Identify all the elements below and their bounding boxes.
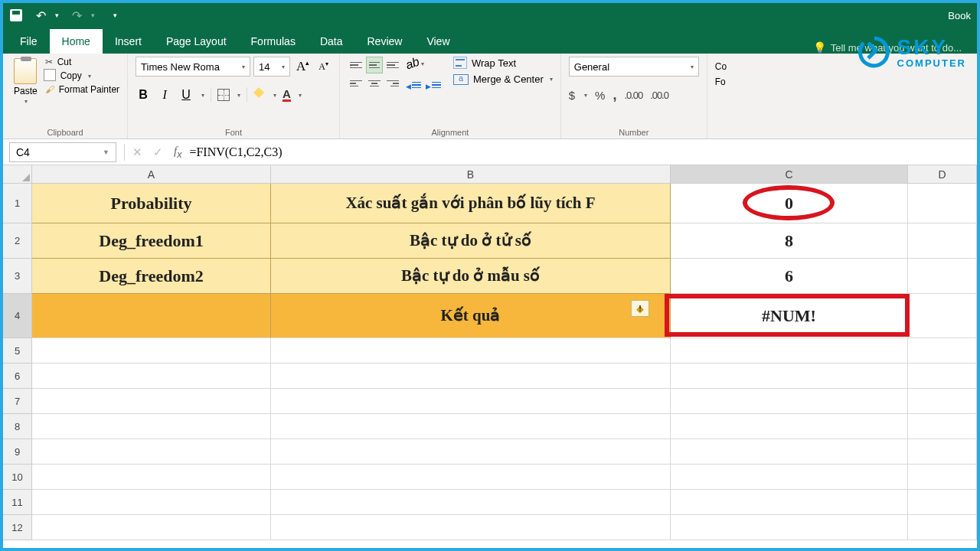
font-name-combo[interactable]: Times New Roma▾ xyxy=(136,57,250,77)
undo-icon[interactable]: ↶ xyxy=(34,8,47,22)
cell-c2[interactable]: 8 xyxy=(671,223,908,259)
row-header-6[interactable]: 6 xyxy=(3,364,32,389)
save-icon[interactable] xyxy=(9,8,23,22)
cell-a3[interactable]: Deg_freedom2 xyxy=(32,259,271,294)
undo-dropdown-icon[interactable]: ▾ xyxy=(55,11,59,19)
cell-a8[interactable] xyxy=(32,414,271,439)
cell-d6[interactable] xyxy=(908,364,977,389)
cell-d3[interactable] xyxy=(908,259,977,294)
font-color-dropdown-icon[interactable]: ▾ xyxy=(299,92,302,99)
cancel-icon[interactable]: ✕ xyxy=(132,145,142,159)
cell-b11[interactable] xyxy=(271,490,671,515)
increase-indent-icon[interactable] xyxy=(426,78,441,92)
cell-b9[interactable] xyxy=(271,439,671,465)
column-header-a[interactable]: A xyxy=(32,165,271,184)
fx-icon[interactable]: fx xyxy=(174,145,181,160)
cell-d8[interactable] xyxy=(908,414,977,439)
cell-c10[interactable] xyxy=(671,465,908,490)
cell-c5[interactable] xyxy=(671,338,908,364)
tab-file[interactable]: File xyxy=(8,29,50,54)
cut-button[interactable]: ✂Cut xyxy=(45,57,119,67)
paste-dropdown-icon[interactable]: ▾ xyxy=(24,98,28,105)
underline-button[interactable]: U xyxy=(178,88,194,102)
cell-d1[interactable] xyxy=(908,184,977,223)
cell-b10[interactable] xyxy=(271,465,671,490)
name-box[interactable]: C4▼ xyxy=(9,142,116,162)
row-header-4[interactable]: 4 xyxy=(3,294,32,338)
cell-b1[interactable]: Xác suất gắn với phân bố lũy tích F xyxy=(271,184,671,223)
accounting-icon[interactable]: $ xyxy=(569,89,575,102)
cell-b4[interactable]: Kết quả xyxy=(271,294,671,338)
cell-a2[interactable]: Deg_freedom1 xyxy=(32,223,271,259)
tab-insert[interactable]: Insert xyxy=(103,29,154,54)
font-color-icon[interactable]: A xyxy=(283,89,291,102)
redo-icon[interactable]: ↷ xyxy=(70,8,83,22)
decrease-font-icon[interactable]: A▾ xyxy=(315,59,332,74)
tab-home[interactable]: Home xyxy=(50,29,103,54)
row-header-3[interactable]: 3 xyxy=(3,259,32,294)
cell-c6[interactable] xyxy=(671,364,908,389)
fill-color-icon[interactable] xyxy=(253,89,266,101)
cell-c4[interactable]: #NUM! xyxy=(671,294,908,338)
cell-b7[interactable] xyxy=(271,389,671,414)
cell-d5[interactable] xyxy=(908,338,977,364)
cell-b12[interactable] xyxy=(271,515,671,540)
orientation-icon[interactable]: ab xyxy=(403,54,421,72)
increase-font-icon[interactable]: A▴ xyxy=(293,57,312,76)
cell-a4[interactable] xyxy=(32,294,271,338)
cell-d12[interactable] xyxy=(908,515,977,540)
italic-button[interactable]: I xyxy=(157,88,172,102)
row-header-11[interactable]: 11 xyxy=(3,490,32,515)
cell-b6[interactable] xyxy=(271,364,671,389)
error-smart-tag-icon[interactable] xyxy=(631,300,649,317)
cell-d4[interactable] xyxy=(908,294,977,338)
conditional-formatting-truncated[interactable]: Co xyxy=(715,61,727,72)
wrap-text-button[interactable]: Wrap Text xyxy=(453,57,553,69)
copy-button[interactable]: Copy▾ xyxy=(45,70,119,81)
tab-data[interactable]: Data xyxy=(308,29,355,54)
merge-dropdown-icon[interactable]: ▾ xyxy=(550,76,553,83)
orientation-dropdown-icon[interactable]: ▾ xyxy=(421,60,424,67)
accounting-dropdown-icon[interactable]: ▾ xyxy=(584,92,587,99)
cell-a10[interactable] xyxy=(32,465,271,490)
tab-formulas[interactable]: Formulas xyxy=(239,29,308,54)
cell-b2[interactable]: Bậc tự do ở tử số xyxy=(271,223,671,259)
cell-a5[interactable] xyxy=(32,338,271,364)
paste-button[interactable]: Paste ▾ xyxy=(11,57,41,106)
cell-b3[interactable]: Bậc tự do ở mẫu số xyxy=(271,259,671,294)
font-size-combo[interactable]: 14▾ xyxy=(253,57,290,77)
cell-a9[interactable] xyxy=(32,439,271,465)
cell-a7[interactable] xyxy=(32,389,271,414)
cell-a6[interactable] xyxy=(32,364,271,389)
column-header-b[interactable]: B xyxy=(271,165,671,184)
redo-dropdown-icon[interactable]: ▾ xyxy=(91,11,95,19)
align-top-icon[interactable] xyxy=(348,57,364,73)
borders-dropdown-icon[interactable]: ▾ xyxy=(237,92,240,99)
cell-d2[interactable] xyxy=(908,223,977,259)
row-header-10[interactable]: 10 xyxy=(3,465,32,490)
tab-page-layout[interactable]: Page Layout xyxy=(154,29,239,54)
row-header-7[interactable]: 7 xyxy=(3,389,32,414)
tab-review[interactable]: Review xyxy=(355,29,415,54)
row-header-12[interactable]: 12 xyxy=(3,515,32,540)
cell-a12[interactable] xyxy=(32,515,271,540)
cell-d9[interactable] xyxy=(908,439,977,465)
increase-decimal-icon[interactable]: .0 .00 xyxy=(624,90,642,101)
borders-icon[interactable] xyxy=(217,89,230,101)
tab-view[interactable]: View xyxy=(414,29,462,54)
cell-b5[interactable] xyxy=(271,338,671,364)
cell-c7[interactable] xyxy=(671,389,908,414)
select-all-button[interactable] xyxy=(3,165,32,184)
merge-center-button[interactable]: Merge & Center▾ xyxy=(453,73,553,85)
fill-dropdown-icon[interactable]: ▾ xyxy=(273,92,276,99)
cell-c12[interactable] xyxy=(671,515,908,540)
cell-c8[interactable] xyxy=(671,414,908,439)
cell-d10[interactable] xyxy=(908,465,977,490)
row-header-9[interactable]: 9 xyxy=(3,439,32,465)
column-header-c[interactable]: C xyxy=(671,165,908,184)
percent-icon[interactable]: % xyxy=(595,89,605,102)
align-right-icon[interactable] xyxy=(384,75,401,92)
cell-a1[interactable]: Probability xyxy=(32,184,271,223)
row-header-1[interactable]: 1 xyxy=(3,184,32,223)
column-header-d[interactable]: D xyxy=(908,165,977,184)
